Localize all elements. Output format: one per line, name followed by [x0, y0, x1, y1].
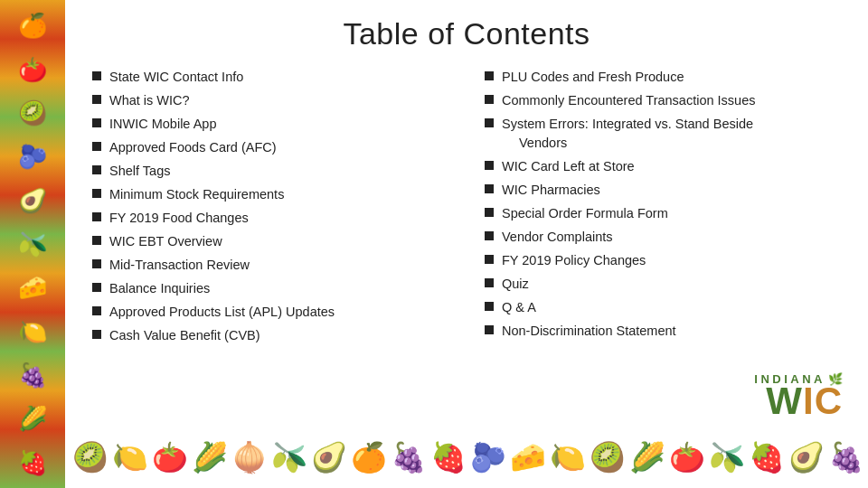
bottom-food-6: 🫒 — [271, 440, 307, 474]
list-item-policy-changes: FY 2019 Policy Changes — [485, 251, 841, 270]
list-item: WIC Card Left at Store — [485, 157, 841, 176]
list-item: Minimum Stock Requirements — [92, 185, 448, 204]
food-icon-9: 🍇 — [6, 355, 59, 395]
list-item: PLU Codes and Fresh Produce — [485, 68, 841, 87]
list-item: Mid-Transaction Review — [92, 256, 448, 275]
bottom-food-20: 🍇 — [828, 440, 864, 474]
food-icon-11: 🍓 — [6, 443, 59, 483]
bottom-food-4: 🌽 — [192, 440, 228, 474]
bottom-food-16: 🍅 — [669, 440, 705, 474]
bullet-icon — [92, 142, 101, 151]
food-icon-4: 🫐 — [6, 136, 59, 176]
bullet-icon — [485, 231, 494, 240]
list-item: Approved Foods Card (AFC) — [92, 138, 448, 157]
food-icons-left: 🍊 🍅 🥝 🫐 🥑 🫒 🧀 🍋 🍇 🌽 🍓 — [0, 0, 65, 488]
bullet-icon — [92, 118, 101, 127]
food-border-bottom: 🥝 🍋 🍅 🌽 🧅 🫒 🥑 🍊 🍇 🍓 🫐 🧀 🍋 🥝 🌽 🍅 🫒 🍓 🥑 🍇 — [65, 427, 868, 488]
food-icon-7: 🧀 — [6, 267, 59, 307]
list-item-food-changes: FY 2019 Food Changes — [92, 209, 448, 228]
list-item: State WIC Contact Info — [92, 68, 448, 87]
wic-text-wrapper: W IC — [766, 382, 843, 420]
bullet-icon — [92, 71, 101, 80]
indiana-wic-logo: INDIANA 🌿 W IC — [754, 372, 843, 420]
list-item: Balance Inquiries — [92, 279, 448, 298]
food-icon-10: 🌽 — [6, 399, 59, 438]
food-icon-5: 🥑 — [6, 181, 59, 221]
bullet-icon — [92, 306, 101, 315]
bullet-icon — [92, 283, 101, 292]
bottom-food-17: 🫒 — [709, 440, 745, 474]
list-item: What is WIC? — [92, 91, 448, 110]
food-icon-6: 🫒 — [6, 224, 59, 264]
bullet-icon — [92, 212, 101, 221]
bullet-icon — [92, 259, 101, 268]
list-item-shelf-tags: Shelf Tags — [92, 162, 448, 181]
food-icon-2: 🍅 — [6, 50, 59, 89]
bottom-food-15: 🌽 — [629, 440, 665, 474]
list-item: Q & A — [485, 298, 841, 317]
left-column: State WIC Contact Info What is WIC? INWI… — [92, 68, 448, 350]
bullet-icon — [485, 208, 494, 217]
main-content: Table of Contents State WIC Contact Info… — [65, 0, 868, 427]
list-item: INWIC Mobile App — [92, 115, 448, 134]
left-toc-list: State WIC Contact Info What is WIC? INWI… — [92, 68, 448, 345]
list-item: Cash Value Benefit (CVB) — [92, 326, 448, 345]
bottom-food-14: 🥝 — [590, 440, 626, 474]
bottom-food-10: 🍓 — [430, 440, 467, 474]
list-item: System Errors: Integrated vs. Stand Besi… — [485, 115, 841, 153]
list-item-vendor-complaints: Vendor Complaints — [485, 228, 841, 247]
list-item: Special Order Formula Form — [485, 204, 841, 223]
bullet-icon — [92, 189, 101, 198]
w-letter: W — [766, 382, 803, 420]
bottom-food-11: 🫐 — [470, 440, 506, 474]
list-item: WIC EBT Overview — [92, 232, 448, 251]
bullet-icon — [92, 236, 101, 245]
bullet-icon — [92, 330, 101, 339]
bottom-food-1: 🥝 — [72, 440, 108, 474]
list-item-transaction-issues: Commonly Encountered Transaction Issues — [485, 91, 841, 110]
bottom-food-9: 🍇 — [391, 440, 427, 474]
bullet-icon — [485, 278, 494, 287]
bottom-food-18: 🍓 — [749, 440, 785, 474]
bullet-icon — [485, 325, 494, 334]
right-column: PLU Codes and Fresh Produce Commonly Enc… — [485, 68, 841, 345]
list-item: WIC Pharmacies — [485, 181, 841, 200]
food-icon-8: 🍋 — [6, 312, 59, 352]
bullet-icon — [485, 302, 494, 311]
bullet-icon — [485, 255, 494, 264]
list-item: Approved Products List (APL) Updates — [92, 303, 448, 322]
food-border-left: 🍊 🍅 🥝 🫐 🥑 🫒 🧀 🍋 🍇 🌽 🍓 — [0, 0, 65, 488]
right-toc-list: PLU Codes and Fresh Produce Commonly Enc… — [485, 68, 841, 341]
list-item: Non-Discrimination Statement — [485, 322, 841, 341]
bottom-food-19: 🥑 — [788, 440, 825, 474]
bullet-icon — [92, 95, 101, 104]
toc-columns: State WIC Contact Info What is WIC? INWI… — [92, 68, 841, 350]
food-icon-3: 🥝 — [6, 93, 59, 133]
page-title: Table of Contents — [92, 16, 841, 52]
bottom-food-12: 🧀 — [510, 440, 546, 474]
bottom-food-13: 🍋 — [550, 440, 586, 474]
bullet-icon — [92, 165, 101, 174]
list-item: Quiz — [485, 275, 841, 294]
bullet-icon — [485, 118, 494, 127]
bullet-icon — [485, 184, 494, 193]
bullet-icon — [485, 71, 494, 80]
bottom-food-7: 🥑 — [311, 440, 347, 474]
bottom-food-2: 🍋 — [112, 440, 148, 474]
ic-letters: IC — [803, 382, 843, 420]
bottom-food-3: 🍅 — [152, 440, 188, 474]
bullet-icon — [485, 95, 494, 104]
food-icon-1: 🍊 — [6, 5, 59, 45]
bullet-icon — [485, 161, 494, 170]
bottom-food-8: 🍊 — [351, 440, 387, 474]
bottom-food-5: 🧅 — [231, 440, 268, 474]
